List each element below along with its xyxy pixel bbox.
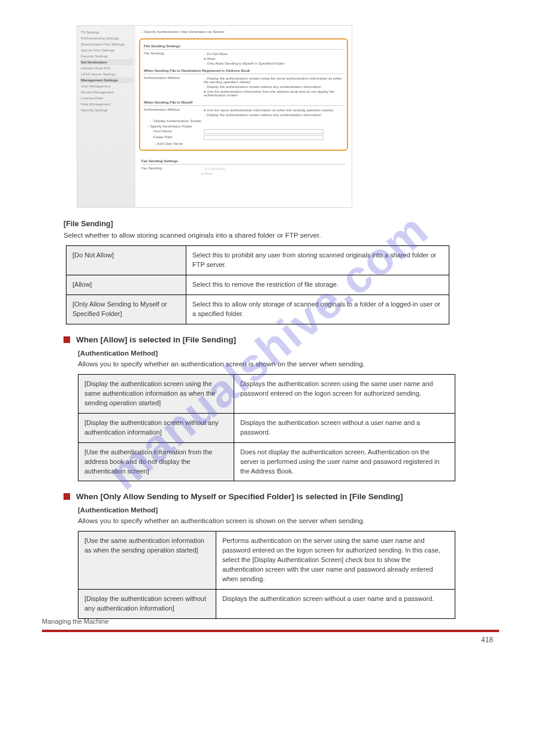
radio-fax-2[interactable]: Allow	[201, 171, 346, 176]
screenshot-embedded-ui: TX Settings RX/Forwarding Settings Store…	[77, 25, 352, 208]
radio-auth-ab-2[interactable]: Display the authentication screen withou…	[204, 84, 343, 89]
label: Host Name:	[144, 129, 204, 134]
radio-auth-ab-3[interactable]: Use the authentication information from …	[204, 89, 343, 98]
table-cell-h: [Display the authentication screen witho…	[78, 590, 216, 619]
intro-label: [File Sending]	[64, 220, 113, 228]
table-cell: Does not display the authentication scre…	[234, 442, 455, 481]
sidebar-link[interactable]: Favorite Settings	[80, 53, 133, 59]
label: Folder Path:	[144, 135, 204, 140]
sidebar-header: Set Destination	[80, 59, 133, 65]
sidebar-link[interactable]: Device Management	[80, 89, 133, 95]
label: Fax Sending:	[141, 166, 201, 176]
sidebar-link[interactable]: Secure Print Settings	[80, 47, 133, 53]
table-cell: Select this to prohibit any user from st…	[186, 246, 449, 275]
sub2-para: [Authentication Method] Allows you to sp…	[78, 505, 499, 526]
sidebar-header: Management Settings	[80, 77, 133, 83]
checkbox-auth-user-dest[interactable]: Specify Authentication User Destination …	[140, 30, 225, 34]
subsection-title: When [Only Allow Sending to Myself or Sp…	[76, 492, 403, 501]
sidebar-link[interactable]: TX Settings	[80, 29, 133, 35]
sidebar-link[interactable]: License/Other	[80, 95, 133, 101]
auth-method-myself-table: [Use the same authentication information…	[78, 531, 455, 619]
sidebar: TX Settings RX/Forwarding Settings Store…	[77, 26, 135, 207]
table-cell: Select this to allow only storage of sca…	[186, 295, 449, 324]
checkbox-display-auth[interactable]: Display Authentication Screen	[150, 118, 343, 123]
label: Authentication Method:	[144, 76, 204, 98]
table-cell-h: [Display the authentication screen witho…	[78, 413, 234, 442]
host-name-input[interactable]	[204, 129, 324, 134]
intro-text: Select whether to allow storing scanned …	[64, 231, 321, 239]
highlighted-frame: File Sending Settings File Sending: Do N…	[139, 38, 348, 151]
table-cell: Displays the authentication screen using…	[234, 374, 455, 413]
table-cell: Performs authentication on the server us…	[216, 532, 455, 590]
sidebar-link[interactable]: Store/Access Files Settings	[80, 41, 133, 47]
bullet-square-icon	[64, 336, 70, 343]
radio-fax-1[interactable]: Do Not Allow	[201, 166, 346, 171]
sidebar-link[interactable]: Data Management	[80, 101, 133, 107]
sub2-text: Allows you to specify whether an authent…	[78, 517, 365, 524]
table-cell-h: [Allow]	[67, 275, 186, 295]
footer-page-number: 418	[481, 636, 493, 644]
section-header: When Sending File to Myself	[144, 99, 343, 106]
table-cell-h: [Only Allow Sending to Myself or Specifi…	[67, 295, 186, 324]
table-cell: Displays the authentication screen witho…	[234, 413, 455, 442]
table-cell: Displays the authentication screen witho…	[216, 590, 455, 619]
section-header: When Sending File to Destination Registe…	[144, 68, 343, 74]
radio-do-not-allow[interactable]: Do Not Allow	[204, 51, 343, 56]
table-cell-h: [Use the authentication information from…	[78, 442, 234, 481]
folder-path-input[interactable]	[204, 135, 324, 140]
sub1-label: [Authentication Method]	[78, 349, 158, 357]
radio-auth-self-1[interactable]: Use the same authentication information …	[204, 108, 343, 113]
sub1-para: [Authentication Method] Allows you to sp…	[78, 348, 499, 369]
checkbox-add-user-name[interactable]: Add User Name	[153, 141, 343, 146]
sidebar-link[interactable]: Security Settings	[80, 107, 133, 113]
main-panel: Specify Authentication User Destination …	[135, 26, 352, 207]
radio-auth-self-2[interactable]: Display the authentication screen withou…	[204, 113, 343, 117]
table-cell-h: [Do Not Allow]	[67, 246, 186, 275]
section-header: Fax Sending Settings	[141, 158, 346, 165]
bullet-square-icon	[64, 493, 70, 500]
file-sending-options-table: [Do Not Allow]Select this to prohibit an…	[66, 245, 449, 324]
label: Authentication Method:	[144, 108, 204, 117]
table-cell: Select this to remove the restriction of…	[186, 275, 449, 295]
radio-only-myself[interactable]: Only Allow Sending to Myself or Specifie…	[204, 61, 343, 66]
section-header: File Sending Settings	[144, 43, 343, 50]
footer-chapter: Managing the Machine	[42, 618, 108, 625]
auth-method-allow-table: [Display the authentication screen using…	[78, 374, 455, 482]
table-cell-h: [Use the same authentication information…	[78, 532, 216, 590]
sidebar-link[interactable]: Address Book PIN	[80, 65, 133, 71]
label: File Sending:	[144, 51, 204, 66]
sidebar-link[interactable]: User Management	[80, 83, 133, 89]
subsection-title: When [Allow] is selected in [File Sendin…	[76, 335, 236, 344]
footer: Managing the Machine 418	[42, 630, 499, 651]
sidebar-link[interactable]: LDAP Server Settings	[80, 71, 133, 77]
intro-para: [File Sending] Select whether to allow s…	[64, 218, 499, 241]
sub1-text: Allows you to specify whether an authent…	[78, 360, 365, 368]
checkbox-specify-folder[interactable]: Specify Destination Folder	[146, 123, 343, 129]
radio-auth-ab-1[interactable]: Display the authentication screen using …	[204, 76, 343, 84]
radio-allow[interactable]: Allow	[204, 56, 343, 61]
sub2-label: [Authentication Method]	[78, 506, 158, 514]
sidebar-link[interactable]: RX/Forwarding Settings	[80, 35, 133, 41]
table-cell-h: [Display the authentication screen using…	[78, 374, 234, 413]
